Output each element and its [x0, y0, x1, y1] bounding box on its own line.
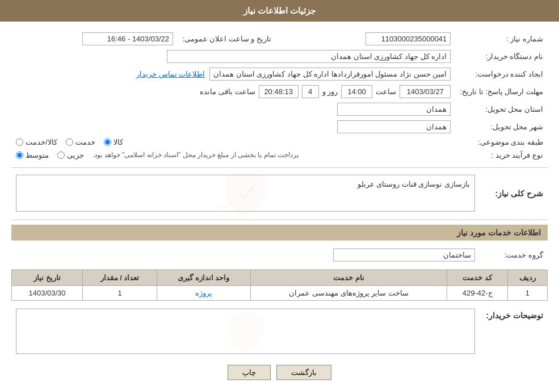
purchase-type-motaset[interactable]: متوسط [16, 151, 49, 159]
category-option-kala-khedmat[interactable]: کالا/خدمت [16, 138, 57, 146]
service-name: ساخت سایر پروژه‌های مهندسی عمران [250, 286, 447, 301]
announce-date-input: 1403/03/22 - 16:46 [82, 32, 173, 45]
content-area: شماره نیاز : 1103000235000041 تاریخ و سا… [0, 22, 559, 392]
services-group-input: ساختمان [333, 248, 475, 262]
services-table-header-row: ردیف کد خدمت نام خدمت واحد اندازه گیری ت… [12, 270, 548, 286]
need-desc-row: شرح کلی نیاز: بازسازی نوسازی قنات روستای… [11, 172, 548, 214]
watermark: AnaFender.net [220, 167, 271, 220]
need-desc-value: بازسازی نوسازی قنات روستای عربلو [358, 180, 470, 188]
need-number-row: شماره نیاز : 1103000235000041 تاریخ و سا… [11, 30, 548, 48]
province-row: استان محل تحویل: همدان [11, 100, 548, 118]
creator-contact-link[interactable]: اطلاعات تماس خریدار [136, 70, 205, 78]
creator-label: ایجاد کننده درخواست: [455, 65, 548, 83]
service-date: 1403/03/30 [12, 286, 83, 301]
remaining-time-input: 20:48:13 [259, 85, 299, 98]
svg-text:AnaFender.net: AnaFender.net [223, 343, 229, 348]
col-header-unit: واحد اندازه گیری [157, 270, 250, 286]
response-time-label: ساعت [376, 87, 396, 96]
need-desc-label: شرح کلی نیاز: [480, 172, 548, 214]
back-button[interactable]: بازگشت [276, 365, 331, 380]
col-header-quantity: تعداد / مقدار [83, 270, 157, 286]
buyer-org-label: نام دستگاه خریدار: [455, 48, 548, 65]
buyer-desc-table: توضیحات خریدار: AnaFender.net [11, 306, 548, 356]
bottom-buttons: بازگشت چاپ [11, 365, 548, 380]
buyer-desc-label: توضیحات خریدار: [480, 306, 548, 356]
row-number: 1 [507, 286, 547, 301]
page-header: جزئیات اطلاعات نیاز [0, 0, 559, 22]
need-number-input: 1103000235000041 [365, 32, 451, 45]
response-date-label: مهلت ارسال پاسخ: تا تاریخ: [455, 83, 548, 100]
buyer-org-input: اداره کل جهاد کشاورزی استان همدان [167, 50, 451, 63]
need-number-label: شماره نیاز : [455, 30, 548, 48]
buyer-org-row: نام دستگاه خریدار: اداره کل جهاد کشاورزی… [11, 48, 548, 65]
response-date-container: 1403/03/27 ساعت 14:00 روز و 4 20:48:13 [16, 85, 451, 98]
response-date-input: 1403/03/27 [400, 85, 451, 98]
col-header-row: ردیف [507, 270, 547, 286]
category-option-kala[interactable]: کالا [104, 138, 123, 146]
page-wrapper: جزئیات اطلاعات نیاز شماره نیاز : 1103000… [0, 0, 559, 392]
purchase-type-jozi[interactable]: جزیی [57, 151, 84, 159]
creator-row: ایجاد کننده درخواست: امین حسن نژاد مسئول… [11, 65, 548, 83]
service-unit: پروژه [157, 286, 250, 301]
category-option-khedmat[interactable]: خدمت [66, 138, 95, 146]
province-label: استان محل تحویل: [455, 100, 548, 118]
city-input: همدان [337, 120, 451, 133]
purchase-type-row: نوع فرآیند خرید : متوسط جزیی [11, 149, 548, 162]
buyer-desc-row: توضیحات خریدار: AnaFender.net [11, 306, 548, 356]
services-group-table: گروه خدمت: ساختمان [11, 246, 548, 264]
purchase-type-radio-group: متوسط جزیی [16, 151, 84, 159]
announce-date-label: تاریخ و ساعت اعلان عمومی: [178, 30, 276, 48]
purchase-type-label: نوع فرآیند خرید : [455, 149, 548, 162]
table-row: 1 ج-42-429 ساخت سایر پروژه‌های مهندسی عم… [12, 286, 548, 301]
print-button[interactable]: چاپ [228, 365, 271, 380]
service-quantity: 1 [83, 286, 157, 301]
response-days-input: 4 [302, 85, 319, 98]
service-code: ج-42-429 [447, 286, 507, 301]
services-table-head: ردیف کد خدمت نام خدمت واحد اندازه گیری ت… [12, 270, 548, 286]
announce-date-value: 1403/03/22 - 16:46 [11, 30, 178, 48]
category-label: طبقه بندی موضوعی: [455, 136, 548, 149]
divider-2 [11, 220, 548, 220]
col-header-code: کد خدمت [447, 270, 507, 286]
services-group-label: گروه خدمت: [480, 246, 548, 264]
divider-1 [11, 167, 548, 168]
remaining-label: ساعت باقی مانده [200, 87, 255, 96]
response-time-input: 14:00 [341, 85, 372, 98]
province-input: همدان [337, 103, 451, 116]
response-day-label: روز و [322, 87, 338, 96]
category-radio-group: کالا/خدمت خدمت کالا [16, 138, 451, 146]
category-row: طبقه بندی موضوعی: کالا/خدمت خدمت کالا [11, 136, 548, 149]
page-title: جزئیات اطلاعات نیاز [243, 6, 316, 15]
main-info-table: شماره نیاز : 1103000235000041 تاریخ و سا… [11, 30, 548, 162]
col-header-date: تاریخ نیاز [12, 270, 83, 286]
buyer-watermark: AnaFender.net [223, 308, 268, 355]
creator-value: امین حسن نژاد مسئول امورقراردادها اداره … [11, 65, 455, 83]
services-section-title: اطلاعات خدمات مورد نیاز [11, 225, 548, 241]
city-label: شهر محل تحویل: [455, 118, 548, 136]
need-desc-table: شرح کلی نیاز: بازسازی نوسازی قنات روستای… [11, 172, 548, 214]
col-header-name: نام خدمت [250, 270, 447, 286]
services-group-row: گروه خدمت: ساختمان [11, 246, 548, 264]
buyer-desc-area: AnaFender.net [16, 309, 475, 354]
svg-text:AnaFender.net: AnaFender.net [220, 204, 229, 210]
city-row: شهر محل تحویل: همدان [11, 118, 548, 136]
buyer-org-value: اداره کل جهاد کشاورزی استان همدان [11, 48, 455, 65]
need-desc-area: بازسازی نوسازی قنات روستای عربلو AnaFend… [16, 175, 475, 212]
services-table: ردیف کد خدمت نام خدمت واحد اندازه گیری ت… [11, 269, 548, 301]
response-date-row: مهلت ارسال پاسخ: تا تاریخ: 1403/03/27 سا… [11, 83, 548, 100]
services-table-body: 1 ج-42-429 ساخت سایر پروژه‌های مهندسی عم… [12, 286, 548, 301]
need-number-value: 1103000235000041 [299, 30, 455, 48]
creator-input: امین حسن نژاد مسئول امورقراردادها اداره … [209, 68, 451, 81]
purchase-description: پرداخت تمام یا بخشی از مبلغ خریداز محل "… [93, 151, 299, 159]
